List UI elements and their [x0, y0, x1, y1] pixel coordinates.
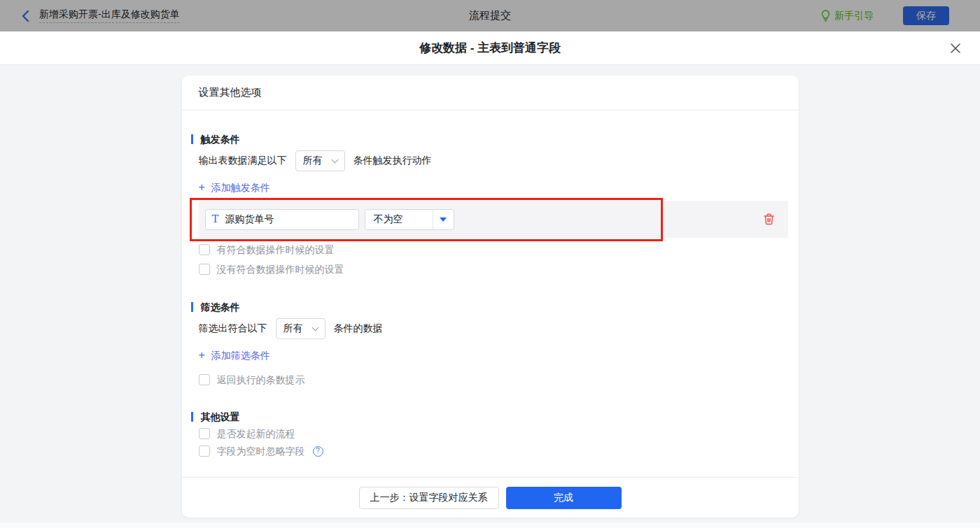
operator-dropdown-button[interactable]	[433, 210, 454, 229]
condition-field-input[interactable]: T 源购货单号	[205, 209, 359, 230]
chevron-down-icon	[312, 324, 318, 331]
trigger-match-prefix: 输出表数据满足以下	[199, 155, 287, 167]
card-footer: 上一步：设置字段对应关系 完成	[182, 477, 799, 518]
checkbox-icon[interactable]	[199, 428, 210, 439]
previous-step-button[interactable]: 上一步：设置字段对应关系	[359, 487, 499, 509]
section-title-trigger: 触发条件	[191, 134, 782, 145]
close-icon[interactable]	[948, 41, 962, 55]
filter-match-prefix: 筛选出符合以下	[199, 322, 267, 335]
options-card: 设置其他选项 触发条件 输出表数据满足以下 所有 条件触发执行动作 + 添加触发…	[182, 76, 799, 518]
checkbox-no-match-setting[interactable]: 没有符合数据操作时候的设置	[199, 264, 344, 275]
save-button[interactable]: 保存	[903, 6, 949, 25]
trigger-match-mode-select[interactable]: 所有	[295, 150, 345, 171]
filter-match-suffix: 条件的数据	[334, 322, 383, 335]
chevron-down-icon	[331, 156, 338, 163]
checkbox-no-match-label: 没有符合数据操作时候的设置	[217, 264, 344, 275]
plus-icon: +	[199, 183, 205, 192]
trigger-match-suffix: 条件触发执行动作	[354, 155, 432, 167]
text-field-type-icon: T	[212, 214, 219, 224]
other-section-label: 其他设置	[201, 411, 240, 422]
modal-title: 修改数据 - 主表到普通字段	[419, 40, 561, 56]
checkbox-count-tip-label: 返回执行的条数提示	[217, 374, 305, 385]
card-header: 设置其他选项	[182, 76, 799, 110]
checkbox-count-tip[interactable]: 返回执行的条数提示	[199, 374, 305, 385]
add-filter-condition-link[interactable]: + 添加筛选条件	[199, 350, 270, 361]
workflow-title[interactable]: 新增采购开票-出库及修改购货单	[39, 8, 180, 23]
top-navbar: 新增采购开票-出库及修改购货单 流程提交 新手引导 保存	[0, 0, 980, 31]
card-content: 触发条件 输出表数据满足以下 所有 条件触发执行动作 + 添加触发条件 T 源	[182, 110, 799, 477]
topbar-actions: 新手引导 保存	[821, 6, 949, 25]
help-icon[interactable]: ?	[313, 446, 323, 457]
checkbox-icon[interactable]	[199, 374, 210, 385]
section-title-other: 其他设置	[191, 411, 782, 422]
checkbox-has-match-setting[interactable]: 有符合数据操作时候的设置	[199, 244, 335, 255]
bottom-strip	[0, 522, 980, 528]
triangle-down-icon	[440, 217, 447, 225]
checkbox-has-match-label: 有符合数据操作时候的设置	[217, 244, 335, 255]
checkbox-icon[interactable]	[199, 445, 210, 457]
checkbox-ignore-empty-label: 字段为空时忽略字段	[217, 445, 305, 457]
condition-operator-value: 不为空	[365, 210, 433, 229]
add-filter-condition-label: 添加筛选条件	[211, 350, 270, 361]
checkbox-icon[interactable]	[199, 244, 210, 255]
trigger-match-mode-value: 所有	[303, 155, 323, 167]
section-accent-bar	[191, 412, 193, 422]
filter-section-label: 筛选条件	[201, 301, 240, 313]
trigger-match-row: 输出表数据满足以下 所有 条件触发执行动作	[199, 150, 782, 171]
beginner-guide-link[interactable]: 新手引导	[821, 10, 874, 22]
condition-field-value: 源购货单号	[225, 213, 274, 226]
filter-match-mode-value: 所有	[284, 322, 303, 335]
add-trigger-condition-link[interactable]: + 添加触发条件	[199, 182, 270, 193]
delete-condition-icon[interactable]	[763, 213, 776, 226]
beginner-guide-label: 新手引导	[834, 10, 874, 22]
section-accent-bar	[191, 134, 193, 144]
filter-match-row: 筛选出符合以下 所有 条件的数据	[199, 318, 782, 339]
condition-operator-select[interactable]: 不为空	[365, 209, 454, 230]
add-trigger-condition-label: 添加触发条件	[211, 182, 270, 193]
modal-header: 修改数据 - 主表到普通字段	[0, 31, 980, 65]
checkbox-ignore-empty[interactable]: 字段为空时忽略字段 ?	[199, 445, 323, 457]
section-title-filter: 筛选条件	[191, 301, 782, 313]
section-accent-bar	[191, 302, 193, 312]
checkbox-icon[interactable]	[199, 264, 210, 275]
checkbox-new-flow[interactable]: 是否发起新的流程	[199, 428, 295, 439]
trigger-condition-row: T 源购货单号 不为空	[199, 201, 788, 238]
trigger-section-label: 触发条件	[201, 134, 240, 145]
plus-icon: +	[199, 350, 205, 360]
done-button[interactable]: 完成	[506, 487, 622, 509]
filter-match-mode-select[interactable]: 所有	[276, 318, 326, 339]
checkbox-new-flow-label: 是否发起新的流程	[217, 428, 295, 439]
modal-body: 设置其他选项 触发条件 输出表数据满足以下 所有 条件触发执行动作 + 添加触发…	[0, 65, 980, 528]
back-icon[interactable]	[18, 9, 32, 23]
lightbulb-icon	[821, 10, 830, 22]
